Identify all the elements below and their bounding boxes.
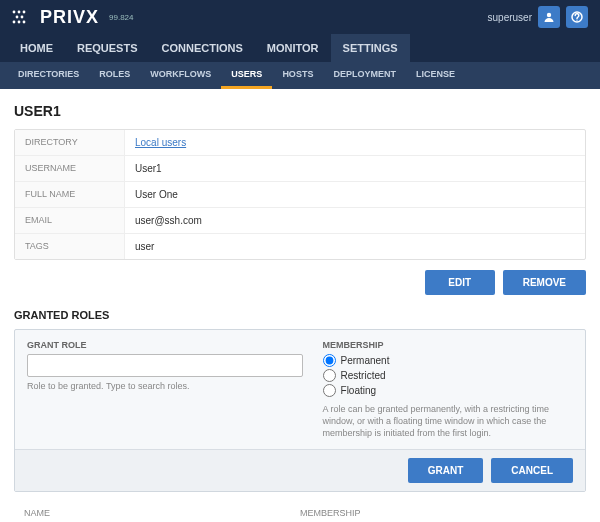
grant-role-panel: GRANT ROLE Role to be granted. Type to s… — [14, 329, 586, 492]
current-user-label: superuser — [488, 12, 532, 23]
svg-point-3 — [16, 16, 19, 19]
label-tags: TAGS — [15, 234, 125, 259]
top-bar: PRIVX 99.824 superuser HOME REQUESTS CON… — [0, 0, 600, 89]
logo-icon — [12, 10, 34, 24]
primary-nav: HOME REQUESTS CONNECTIONS MONITOR SETTIN… — [0, 34, 600, 62]
user-icon[interactable] — [538, 6, 560, 28]
help-icon[interactable] — [566, 6, 588, 28]
value-directory-link[interactable]: Local users — [135, 137, 186, 148]
value-username: User1 — [125, 156, 585, 181]
label-username: USERNAME — [15, 156, 125, 181]
radio-permanent[interactable] — [323, 354, 336, 367]
remove-button[interactable]: REMOVE — [503, 270, 586, 295]
subnav-deployment[interactable]: DEPLOYMENT — [323, 62, 406, 89]
membership-option-restricted[interactable]: Restricted — [323, 369, 573, 382]
granted-roles-heading: GRANTED ROLES — [14, 309, 586, 321]
grant-role-label: GRANT ROLE — [27, 340, 303, 350]
membership-description: A role can be granted permanently, with … — [323, 403, 573, 439]
value-tags: user — [125, 234, 585, 259]
user-details-panel: DIRECTORY Local users USERNAME User1 FUL… — [14, 129, 586, 260]
label-email: EMAIL — [15, 208, 125, 233]
label-fullname: FULL NAME — [15, 182, 125, 207]
svg-point-8 — [547, 13, 551, 17]
grant-role-input[interactable] — [27, 354, 303, 377]
svg-point-10 — [576, 20, 577, 21]
col-name: NAME — [24, 508, 300, 518]
subnav-hosts[interactable]: HOSTS — [272, 62, 323, 89]
nav-settings[interactable]: SETTINGS — [331, 34, 410, 62]
nav-connections[interactable]: CONNECTIONS — [150, 34, 255, 62]
svg-point-6 — [18, 21, 21, 24]
page-content: USER1 DIRECTORY Local users USERNAME Use… — [0, 89, 600, 522]
radio-restricted[interactable] — [323, 369, 336, 382]
svg-point-7 — [23, 21, 26, 24]
brand-version: 99.824 — [109, 13, 133, 22]
nav-requests[interactable]: REQUESTS — [65, 34, 150, 62]
value-fullname: User One — [125, 182, 585, 207]
subnav-workflows[interactable]: WORKFLOWS — [140, 62, 221, 89]
subnav-license[interactable]: LICENSE — [406, 62, 465, 89]
membership-option-floating[interactable]: Floating — [323, 384, 573, 397]
cancel-button[interactable]: CANCEL — [491, 458, 573, 483]
svg-point-0 — [13, 11, 16, 14]
edit-button[interactable]: EDIT — [425, 270, 495, 295]
secondary-nav: DIRECTORIES ROLES WORKFLOWS USERS HOSTS … — [0, 62, 600, 89]
grant-role-help: Role to be granted. Type to search roles… — [27, 381, 303, 391]
svg-point-4 — [21, 16, 24, 19]
svg-point-5 — [13, 21, 16, 24]
membership-label: MEMBERSHIP — [323, 340, 573, 350]
logo: PRIVX 99.824 — [12, 7, 134, 28]
svg-point-2 — [23, 11, 26, 14]
page-title: USER1 — [14, 103, 586, 119]
grant-button[interactable]: GRANT — [408, 458, 484, 483]
subnav-roles[interactable]: ROLES — [89, 62, 140, 89]
col-membership: MEMBERSHIP — [300, 508, 576, 518]
svg-point-1 — [18, 11, 21, 14]
subnav-directories[interactable]: DIRECTORIES — [8, 62, 89, 89]
radio-floating[interactable] — [323, 384, 336, 397]
label-directory: DIRECTORY — [15, 130, 125, 155]
nav-home[interactable]: HOME — [8, 34, 65, 62]
brand-name: PRIVX — [40, 7, 99, 28]
value-email: user@ssh.com — [125, 208, 585, 233]
membership-option-permanent[interactable]: Permanent — [323, 354, 573, 367]
granted-roles-table-header: NAME MEMBERSHIP — [14, 500, 586, 522]
nav-monitor[interactable]: MONITOR — [255, 34, 331, 62]
subnav-users[interactable]: USERS — [221, 62, 272, 89]
